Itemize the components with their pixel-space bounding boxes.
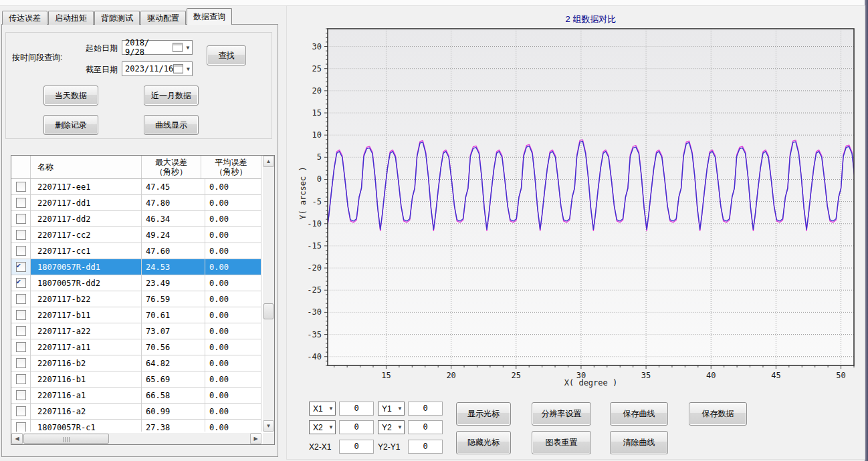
header-name[interactable]: 名称 xyxy=(31,156,142,178)
table-row[interactable]: 18070057R-c127.380.00 xyxy=(11,420,261,432)
show-cursor-button[interactable]: 显示光标 xyxy=(456,402,511,426)
row-avg-error: 0.00 xyxy=(205,291,261,307)
chevron-down-icon[interactable]: ▼ xyxy=(185,66,192,72)
clear-curve-button[interactable]: 清除曲线 xyxy=(610,431,668,454)
recent-month-button[interactable]: 近一月数据 xyxy=(144,86,199,106)
row-checkbox[interactable] xyxy=(16,422,26,432)
scroll-down-icon[interactable]: ▼ xyxy=(263,420,274,432)
table-row[interactable]: 2207116-b264.820.00 xyxy=(11,355,261,371)
row-avg-error: 0.00 xyxy=(205,275,261,291)
table-row[interactable]: 2207117-b1170.610.00 xyxy=(11,307,261,323)
horizontal-scroll-thumb[interactable] xyxy=(23,434,109,444)
horizontal-scrollbar[interactable]: ◀ ▶ xyxy=(11,433,261,444)
table-row[interactable]: 2207117-ee147.450.00 xyxy=(11,179,261,195)
calendar-icon[interactable] xyxy=(173,64,183,73)
scroll-right-icon[interactable]: ▶ xyxy=(250,433,261,444)
hide-cursor-button[interactable]: 隐藏光标 xyxy=(456,431,511,454)
y-tick-label: 0 xyxy=(317,174,322,184)
row-name: 2207117-b11 xyxy=(31,307,142,323)
chevron-down-icon[interactable]: ▼ xyxy=(184,45,192,51)
x2-cursor-select[interactable]: X2 ▼ xyxy=(309,420,336,434)
row-checkbox[interactable] xyxy=(16,406,26,416)
resolution-settings-button[interactable]: 分辨率设置 xyxy=(532,402,591,426)
row-checkbox-cell xyxy=(11,227,31,243)
row-checkbox[interactable] xyxy=(16,278,26,288)
row-checkbox[interactable] xyxy=(16,310,26,320)
calendar-icon[interactable] xyxy=(173,43,183,52)
table-row[interactable]: 2207116-a166.580.00 xyxy=(11,388,261,404)
y-tick-label: 25 xyxy=(312,64,322,73)
table-row[interactable]: 2207117-a2273.070.00 xyxy=(11,323,261,339)
query-section-label: 按时间段查询: xyxy=(12,52,62,63)
curve-display-button[interactable]: 曲线显示 xyxy=(144,115,199,135)
table-row[interactable]: 2207117-dd147.800.00 xyxy=(11,195,261,211)
start-date-picker[interactable]: 2018/ 9/28 ▼ xyxy=(122,40,193,55)
row-checkbox[interactable] xyxy=(16,230,26,240)
delete-record-button[interactable]: 删除记录 xyxy=(43,115,98,135)
vertical-scrollbar[interactable]: ▲ ▼ xyxy=(263,156,274,432)
dx-value-field[interactable]: 0 xyxy=(339,440,374,454)
save-curve-button[interactable]: 保存曲线 xyxy=(610,402,668,426)
end-date-picker[interactable]: 2023/11/16 ▼ xyxy=(122,61,193,76)
x1-cursor-select[interactable]: X1 ▼ xyxy=(309,402,336,416)
row-checkbox[interactable] xyxy=(16,358,26,368)
row-name: 18070057R-c1 xyxy=(31,420,142,432)
search-button[interactable]: 查找 xyxy=(207,45,246,65)
scroll-left-icon[interactable]: ◀ xyxy=(11,433,23,444)
table-row[interactable]: 2207117-dd246.340.00 xyxy=(11,211,261,227)
chevron-down-icon[interactable]: ▼ xyxy=(327,406,335,412)
row-checkbox[interactable] xyxy=(16,262,26,272)
row-max-error: 70.61 xyxy=(142,307,205,323)
table-row[interactable]: 2207117-a1170.560.00 xyxy=(11,339,261,355)
chevron-down-icon[interactable]: ▼ xyxy=(396,424,404,430)
row-checkbox[interactable] xyxy=(16,198,26,208)
x2-value-field[interactable]: 0 xyxy=(339,420,374,434)
row-checkbox[interactable] xyxy=(16,390,26,400)
plot-area[interactable] xyxy=(328,29,854,365)
y2-value-field[interactable]: 0 xyxy=(408,420,443,434)
save-data-button[interactable]: 保存数据 xyxy=(689,402,747,426)
tab-item[interactable]: 背隙测试 xyxy=(94,11,140,25)
chevron-down-icon[interactable]: ▼ xyxy=(327,424,335,430)
y1-value-field[interactable]: 0 xyxy=(408,402,443,416)
row-max-error: 64.82 xyxy=(142,355,205,371)
app-window: { "tabs": [ {"label": "传达误差", "active": … xyxy=(0,0,868,461)
header-max-error[interactable]: 最大误差（角秒） xyxy=(142,156,201,178)
chart-reset-button[interactable]: 图表重置 xyxy=(532,431,591,454)
dy-value-field[interactable]: 0 xyxy=(408,440,443,454)
table-row[interactable]: 18070057R-dd223.490.00 xyxy=(11,275,261,291)
x1-value-field[interactable]: 0 xyxy=(339,402,374,416)
results-table: 名称 最大误差（角秒） 平均误差（角秒） 2207117-ee147.450.0… xyxy=(11,155,275,445)
row-checkbox[interactable] xyxy=(16,294,26,304)
tab-item[interactable]: 数据查询 xyxy=(187,8,232,25)
row-checkbox[interactable] xyxy=(16,342,26,352)
tab-item[interactable]: 传达误差 xyxy=(2,11,47,25)
tab-item[interactable]: 启动扭矩 xyxy=(48,11,94,25)
table-row[interactable]: 2207116-a260.990.00 xyxy=(11,404,261,420)
tab-item[interactable]: 驱动配置 xyxy=(140,11,186,25)
header-avg-error[interactable]: 平均误差（角秒） xyxy=(201,156,261,178)
row-checkbox[interactable] xyxy=(16,182,26,192)
row-avg-error: 0.00 xyxy=(205,243,261,259)
x-tick-label: 45 xyxy=(771,371,780,380)
comparison-chart[interactable]: 1520253035404550302520151050-5-10-15-20-… xyxy=(286,25,861,394)
table-row[interactable]: 2207117-cc249.240.00 xyxy=(11,227,261,243)
row-checkbox[interactable] xyxy=(16,214,26,224)
table-row[interactable]: 2207117-cc147.600.00 xyxy=(11,243,261,259)
scroll-up-icon[interactable]: ▲ xyxy=(263,156,274,167)
y-tick-label: 10 xyxy=(312,130,322,140)
table-row[interactable]: 2207117-b2276.590.00 xyxy=(11,291,261,307)
row-name: 2207117-ee1 xyxy=(31,179,142,194)
table-row[interactable]: 2207116-b165.690.00 xyxy=(11,371,261,388)
row-checkbox[interactable] xyxy=(16,326,26,336)
row-max-error: 24.53 xyxy=(142,259,205,275)
row-checkbox[interactable] xyxy=(16,246,26,256)
row-checkbox[interactable] xyxy=(16,374,26,384)
table-row[interactable]: 18070057R-dd124.530.00 xyxy=(11,259,261,275)
row-checkbox-cell xyxy=(11,179,31,194)
chevron-down-icon[interactable]: ▼ xyxy=(396,406,404,412)
vertical-scroll-thumb[interactable] xyxy=(263,303,274,319)
y1-cursor-select[interactable]: Y1 ▼ xyxy=(378,402,405,416)
today-data-button[interactable]: 当天数据 xyxy=(43,86,98,106)
y2-cursor-select[interactable]: Y2 ▼ xyxy=(378,420,405,434)
